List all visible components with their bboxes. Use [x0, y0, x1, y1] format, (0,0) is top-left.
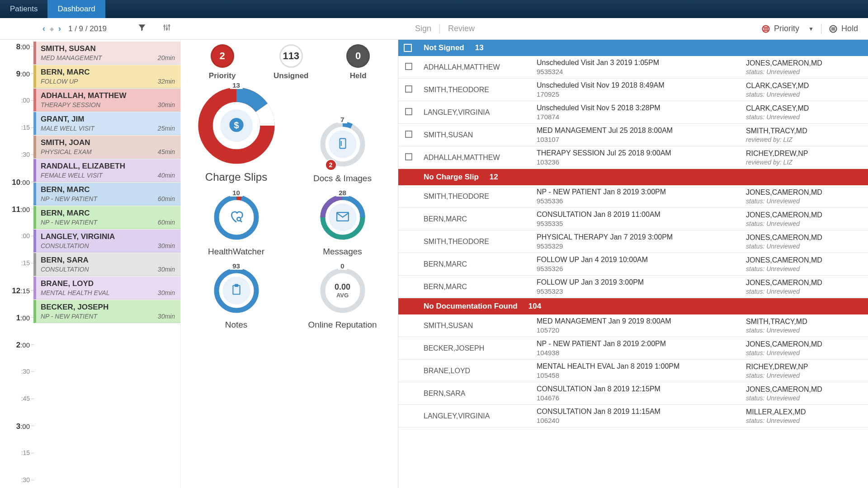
row-checkbox[interactable] — [405, 153, 412, 160]
appointment-item[interactable]: BRANE, LOYDMENTAL HEALTH EVAL30min — [33, 277, 180, 300]
appt-type: MALE WELL VISIT — [41, 125, 176, 132]
priority-label: Priority — [774, 24, 799, 33]
task-row[interactable]: BERN,MARCFOLLOW UP Jan 4 2019 10:00AM953… — [398, 253, 868, 276]
appt-name: LANGLEY, VIRGINIA — [41, 232, 176, 241]
appointment-item[interactable]: LANGLEY, VIRGINIACONSULTATION30min — [33, 230, 180, 253]
next-arrow-icon[interactable]: › — [57, 24, 62, 33]
task-row[interactable]: BERN,MARCFOLLOW UP Jan 3 2019 3:00PM9535… — [398, 276, 868, 298]
sign-button[interactable]: Sign — [410, 24, 437, 33]
task-row[interactable]: SMITH,THEODORENP - NEW PATIENT Jan 8 201… — [398, 185, 868, 208]
notes-count: 93 — [230, 262, 243, 270]
docs-images-widget[interactable]: 7 2 Docs & Images — [296, 119, 389, 183]
reputation-count: 0 — [338, 262, 347, 270]
time-tick: 9:00 — [0, 67, 33, 94]
task-row[interactable]: SMITH,SUSANMED MANAGEMENT Jan 9 2019 8:0… — [398, 314, 868, 337]
row-checkbox[interactable] — [405, 63, 412, 70]
task-row[interactable]: BECKER,JOSEPHNP - NEW PATIENT Jan 8 2019… — [398, 337, 868, 360]
row-status: status: Unreviewed — [746, 327, 863, 334]
messages-title: Messages — [296, 247, 389, 257]
task-row[interactable]: SMITH,THEODOREUnscheduled Visit Nov 19 2… — [398, 79, 868, 101]
row-id: 9535323 — [537, 287, 746, 295]
task-row[interactable]: LANGLEY,VIRGINIAUnscheduled Visit Nov 5 … — [398, 101, 868, 124]
appointment-item[interactable]: RANDALL, ELIZABETHFEMALE WELL VISIT40min — [33, 159, 180, 182]
today-icon[interactable]: ◆ — [50, 26, 54, 32]
task-row[interactable]: SMITH,THEODOREPHYSICAL THERAPY Jan 7 201… — [398, 230, 868, 253]
time-tick: :15 — [0, 446, 33, 474]
notes-widget[interactable]: 93 Notes — [190, 266, 283, 330]
envelope-icon — [336, 212, 349, 223]
appt-duration: 20min — [158, 54, 175, 61]
row-provider: SMITH,TRACY,MD — [746, 318, 863, 326]
prev-arrow-icon[interactable]: ‹ — [42, 24, 46, 33]
appt-duration: 40min — [158, 172, 175, 179]
priority-dropdown[interactable]: Priority ▼ — [757, 22, 818, 35]
row-desc: FOLLOW UP Jan 3 2019 3:00PM — [537, 278, 746, 286]
appt-type: MED MANAGEMENT — [41, 54, 176, 61]
time-tick: 8:00 — [0, 40, 33, 67]
healthwatcher-widget[interactable]: 10 HealthWatcher — [190, 192, 283, 257]
health-title: HealthWatcher — [190, 247, 283, 257]
task-row[interactable]: ADHALLAH,MATTHEWTHERAPY SESSION Jul 25 2… — [398, 146, 868, 169]
counter-priority[interactable]: 2Priority — [209, 44, 236, 80]
appointment-item[interactable]: BERN, MARCNP - NEW PATIENT60min — [33, 183, 180, 206]
appointment-item[interactable]: SMITH, JOANPHYSICAL EXAM45min — [33, 136, 180, 159]
row-checkbox[interactable] — [405, 131, 412, 138]
svg-point-3 — [164, 26, 165, 27]
filter-icon[interactable] — [131, 23, 153, 34]
appt-type: CONSULTATION — [41, 266, 176, 273]
row-id: 9535329 — [537, 242, 746, 250]
section-header[interactable]: No Charge Slip12 — [398, 169, 868, 185]
task-row[interactable]: BERN,SARACONSULTATION Jan 8 2019 12:15PM… — [398, 382, 868, 405]
appointment-item[interactable]: ADHALLAH, MATTHEWTHERAPY SESSION30min — [33, 89, 180, 112]
review-button[interactable]: Review — [443, 24, 480, 33]
settings-sliders-icon[interactable] — [156, 23, 177, 34]
row-id: 104676 — [537, 394, 746, 402]
time-tick: :30 — [0, 365, 33, 392]
time-tick: 1:00 — [0, 311, 33, 338]
reputation-widget[interactable]: 0.00 AVG 0 Online Reputation — [296, 266, 389, 330]
task-row[interactable]: BERN,MARCCONSULTATION Jan 8 2019 11:00AM… — [398, 208, 868, 230]
tab-dashboard[interactable]: Dashboard — [47, 0, 105, 18]
appointment-item[interactable]: BECKER, JOSEPHNP - NEW PATIENT30min — [33, 300, 180, 323]
appt-type: PHYSICAL EXAM — [41, 148, 176, 155]
counter-unsigned[interactable]: 113Unsigned — [274, 44, 308, 80]
date-display[interactable]: 1 / 9 / 2019 — [66, 24, 109, 33]
row-id: 105458 — [537, 371, 746, 379]
section-header[interactable]: No Documentation Found104 — [398, 298, 868, 314]
appt-duration: 45min — [158, 148, 175, 155]
task-row[interactable]: BRANE,LOYDMENTAL HEALTH EVAL Jan 8 2019 … — [398, 360, 868, 382]
section-checkbox[interactable] — [404, 44, 412, 52]
task-row[interactable]: SMITH,SUSANMED MANAGEMENT Jul 25 2018 8:… — [398, 124, 868, 146]
hold-button[interactable]: Hold — [824, 22, 863, 35]
counter-held[interactable]: 0Held — [346, 44, 370, 80]
task-row[interactable]: ADHALLAH,MATTHEWUnscheduled Visit Jan 3 … — [398, 56, 868, 79]
row-checkbox[interactable] — [405, 85, 412, 93]
task-row[interactable]: LANGLEY,VIRGINIACONSULTATION Jan 8 2019 … — [398, 405, 868, 427]
row-status: status: Unreviewed — [746, 91, 863, 98]
notes-title: Notes — [190, 320, 283, 330]
row-patient: BRANE,LOYD — [419, 367, 537, 375]
section-count: 104 — [528, 302, 541, 311]
tab-patients[interactable]: Patients — [0, 0, 47, 18]
appointment-item[interactable]: BERN, SARACONSULTATION30min — [33, 253, 180, 276]
section-header[interactable]: Not Signed13 — [398, 40, 868, 56]
appt-type: NP - NEW PATIENT — [41, 313, 176, 320]
messages-widget[interactable]: 28 Messages — [296, 192, 389, 257]
appointment-item[interactable]: BERN, MARCFOLLOW UP32min — [33, 65, 180, 88]
row-desc: Unscheduled Visit Nov 19 2018 8:49AM — [537, 81, 746, 89]
row-id: 170925 — [537, 90, 746, 98]
row-provider: JONES,CAMERON,MD — [746, 211, 863, 219]
hold-label: Hold — [841, 24, 858, 33]
row-checkbox[interactable] — [405, 108, 412, 115]
appt-duration: 30min — [158, 289, 175, 296]
row-desc: NP - NEW PATIENT Jan 8 2019 3:00PM — [537, 188, 746, 196]
appointment-item[interactable]: BERN, MARCNP - NEW PATIENT60min — [33, 206, 180, 229]
row-provider: JONES,CAMERON,MD — [746, 340, 863, 348]
appointment-item[interactable]: GRANT, JIMMALE WELL VISIT25min — [33, 112, 180, 135]
appointment-item[interactable]: SMITH, SUSANMED MANAGEMENT20min — [33, 42, 180, 65]
row-desc: NP - NEW PATIENT Jan 8 2019 2:00PM — [537, 340, 746, 348]
appt-duration: 60min — [158, 195, 175, 202]
appt-duration: 30min — [158, 101, 175, 108]
charge-slips-widget[interactable]: $ 13 Charge Slips — [190, 85, 283, 183]
appt-name: BERN, MARC — [41, 68, 176, 77]
